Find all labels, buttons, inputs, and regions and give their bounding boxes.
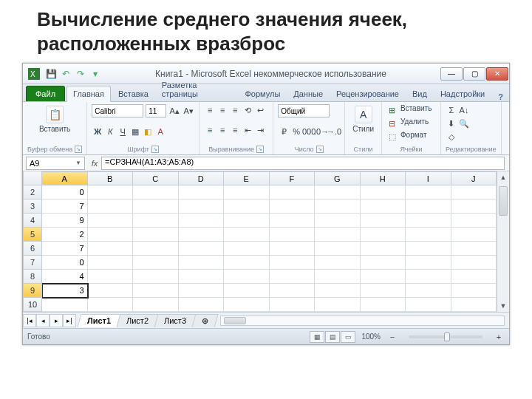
- align-top-icon[interactable]: ≡: [204, 104, 216, 116]
- format-cells-icon[interactable]: ⬚: [386, 131, 398, 143]
- cell[interactable]: [361, 242, 406, 256]
- cell[interactable]: [179, 200, 225, 214]
- paste-button[interactable]: 📋 Вставить: [27, 104, 82, 134]
- percent-icon[interactable]: %: [290, 126, 302, 137]
- tab-addins[interactable]: Надстройки: [434, 86, 491, 101]
- indent-dec-icon[interactable]: ⇤: [242, 124, 253, 136]
- cell[interactable]: 0: [42, 256, 88, 270]
- zoom-out-icon[interactable]: −: [386, 331, 398, 343]
- cell[interactable]: [224, 284, 270, 298]
- hscroll-thumb[interactable]: [224, 317, 246, 324]
- cell[interactable]: [361, 214, 406, 228]
- cell[interactable]: [224, 185, 270, 200]
- cell[interactable]: [451, 284, 497, 298]
- cell[interactable]: [451, 185, 497, 200]
- cell[interactable]: [133, 200, 179, 214]
- cell[interactable]: [88, 185, 134, 200]
- cell[interactable]: [361, 256, 406, 270]
- format-cells-label[interactable]: Формат: [400, 131, 427, 143]
- cell[interactable]: [406, 298, 451, 312]
- cell[interactable]: [406, 284, 451, 298]
- insert-cells-icon[interactable]: ⊞: [386, 104, 398, 116]
- view-layout-icon[interactable]: ▤: [325, 331, 340, 343]
- cell[interactable]: [315, 200, 361, 214]
- tab-formulas[interactable]: Формулы: [239, 86, 286, 101]
- sheet-nav-first-icon[interactable]: |◂: [23, 314, 36, 327]
- scroll-thumb[interactable]: [499, 186, 508, 216]
- comma-icon[interactable]: 000: [303, 126, 315, 137]
- col-header[interactable]: H: [361, 171, 406, 185]
- col-header[interactable]: C: [133, 171, 179, 185]
- clipboard-dialog-icon[interactable]: ↘: [75, 146, 82, 153]
- col-header[interactable]: B: [88, 171, 134, 185]
- cell[interactable]: [406, 256, 451, 270]
- currency-icon[interactable]: ₽: [278, 126, 290, 137]
- cell[interactable]: [133, 214, 179, 228]
- name-box[interactable]: A9▼: [26, 157, 85, 170]
- find-icon[interactable]: 🔍: [458, 117, 470, 129]
- maximize-button[interactable]: ▢: [463, 67, 485, 81]
- cell[interactable]: [88, 284, 134, 298]
- fill-color-icon[interactable]: ◧: [142, 126, 154, 137]
- cell[interactable]: [88, 298, 134, 312]
- cell[interactable]: [406, 242, 451, 256]
- view-break-icon[interactable]: ▭: [341, 331, 355, 343]
- row-header[interactable]: 5: [23, 228, 42, 242]
- cell[interactable]: [406, 228, 451, 242]
- cell[interactable]: [361, 228, 406, 242]
- close-button[interactable]: ✕: [486, 67, 508, 81]
- col-header[interactable]: G: [315, 171, 361, 185]
- cell[interactable]: [42, 298, 88, 312]
- shrink-font-icon[interactable]: A▾: [183, 105, 194, 117]
- cell[interactable]: [179, 256, 225, 270]
- tab-insert[interactable]: Вставка: [112, 86, 154, 101]
- cell[interactable]: [88, 200, 134, 214]
- col-header[interactable]: E: [224, 171, 270, 185]
- cell[interactable]: [361, 185, 406, 200]
- cell[interactable]: 9: [42, 214, 88, 228]
- cell[interactable]: [133, 185, 179, 200]
- cell[interactable]: [315, 185, 361, 200]
- cell[interactable]: [224, 298, 270, 312]
- fill-icon[interactable]: ⬇: [446, 117, 457, 129]
- cell[interactable]: 2: [42, 228, 88, 242]
- row-header[interactable]: 8: [23, 270, 42, 284]
- row-header[interactable]: 3: [23, 200, 42, 214]
- view-normal-icon[interactable]: ▦: [310, 331, 324, 343]
- cell[interactable]: [406, 200, 451, 214]
- font-size-input[interactable]: [146, 104, 166, 117]
- col-header[interactable]: J: [451, 171, 497, 185]
- cell[interactable]: [270, 256, 316, 270]
- cell[interactable]: [451, 256, 497, 270]
- number-dialog-icon[interactable]: ↘: [316, 146, 324, 153]
- formula-input[interactable]: =СРЗНАЧ(A1:A3;A5:A8): [101, 157, 505, 170]
- save-icon[interactable]: 💾: [45, 68, 57, 80]
- zoom-knob[interactable]: [444, 332, 450, 341]
- col-header[interactable]: A: [42, 171, 88, 185]
- cell[interactable]: [133, 298, 179, 312]
- cell[interactable]: [451, 228, 497, 242]
- cell[interactable]: [88, 270, 134, 284]
- sort-icon[interactable]: A↓: [458, 104, 470, 116]
- cell[interactable]: [133, 270, 179, 284]
- cell[interactable]: [315, 242, 361, 256]
- cell[interactable]: [224, 200, 270, 214]
- cell[interactable]: [451, 298, 497, 312]
- number-format-input[interactable]: [278, 104, 330, 117]
- sheet-nav-next-icon[interactable]: ▸: [50, 314, 63, 327]
- row-header[interactable]: 7: [23, 256, 42, 270]
- dec-inc-icon[interactable]: .0→: [316, 126, 327, 137]
- dec-dec-icon[interactable]: →.0: [328, 126, 340, 137]
- cell[interactable]: [451, 214, 497, 228]
- cell[interactable]: [361, 284, 406, 298]
- cell[interactable]: [451, 242, 497, 256]
- horizontal-scrollbar[interactable]: [220, 316, 505, 326]
- cell[interactable]: [451, 200, 497, 214]
- undo-icon[interactable]: ↶: [60, 68, 72, 80]
- cell[interactable]: [315, 256, 361, 270]
- row-header[interactable]: 9: [23, 284, 42, 298]
- cell[interactable]: [224, 228, 270, 242]
- cell[interactable]: [133, 256, 179, 270]
- cell[interactable]: [361, 270, 406, 284]
- row-header[interactable]: 10: [23, 298, 42, 312]
